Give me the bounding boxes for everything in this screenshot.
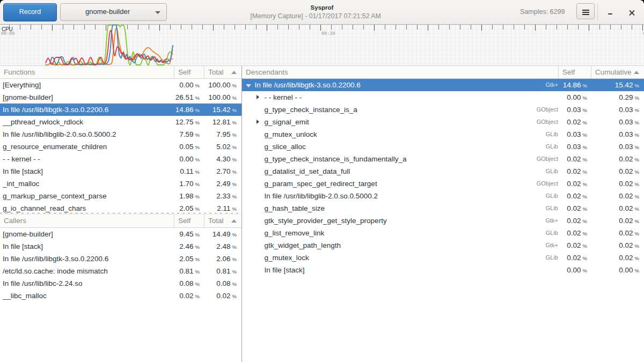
svg-text:CPU: CPU — [2, 26, 13, 32]
svg-text:00:00: 00:00 — [1, 31, 15, 36]
svg-text:00:30: 00:30 — [321, 31, 335, 36]
